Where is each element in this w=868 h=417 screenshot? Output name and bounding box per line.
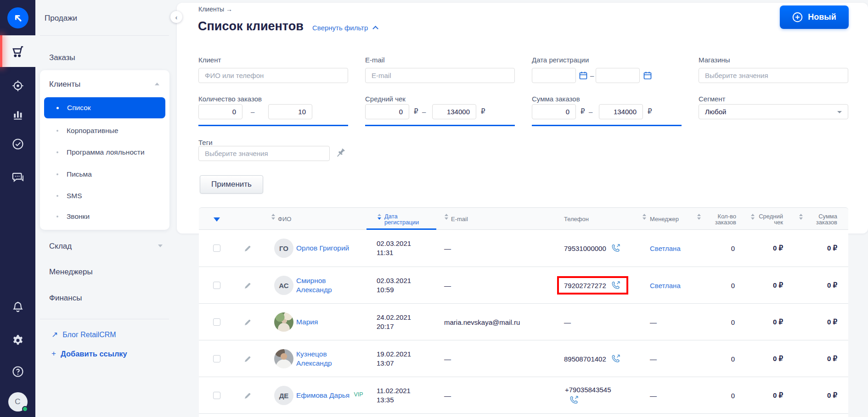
menu-clients-sms[interactable]: SMS (56, 192, 82, 200)
edit-pencil-icon (244, 392, 252, 400)
menu-managers[interactable]: Менеджеры (49, 267, 93, 277)
sort-avg[interactable] (751, 214, 755, 220)
nav-tasks[interactable] (0, 128, 35, 160)
pin-icon[interactable] (334, 147, 347, 160)
edit-button[interactable] (244, 245, 252, 254)
menu-clients[interactable]: Клиенты (49, 80, 80, 89)
calendar-icon[interactable] (643, 71, 652, 80)
settings[interactable] (0, 324, 35, 356)
apply-filter-button[interactable]: Применить (200, 175, 263, 194)
filter-active-underline (198, 125, 348, 126)
sort-sum[interactable] (799, 214, 803, 220)
phone-call-icon[interactable] (610, 243, 621, 254)
filter-client-input[interactable]: ФИО или телефон (198, 68, 348, 83)
filter-tags-input[interactable]: Выберите значения (198, 146, 330, 161)
blog-link[interactable]: ↗Блог RetailCRM (51, 330, 116, 339)
menu-divider-top (40, 35, 169, 36)
row-checkbox[interactable] (213, 355, 220, 362)
filter-ordersum-from[interactable]: 0 (532, 104, 576, 119)
sort-date[interactable] (378, 214, 381, 220)
edit-button[interactable] (244, 318, 252, 328)
cell-name[interactable]: СмирновАлександр (296, 267, 370, 304)
sort-orders[interactable] (697, 214, 701, 220)
cell-regdate: 02.03.202110:59 (377, 267, 427, 304)
cell-avg: 0 ₽ (737, 267, 783, 304)
nav-orders-cart[interactable] (0, 35, 35, 67)
filter-avgcheck-to[interactable]: 134000 (432, 104, 476, 119)
menu-orders[interactable]: Заказы (49, 53, 75, 62)
select-all-dropdown[interactable] (214, 217, 220, 222)
cell-name[interactable]: КузнецовАлександр (296, 340, 370, 377)
cell-manager[interactable]: Светлана (650, 230, 681, 267)
th-fio[interactable]: ФИО (278, 208, 291, 230)
phone-call-icon[interactable] (610, 353, 621, 364)
cell-orders: 0 (689, 230, 735, 267)
date-range-dash: – (590, 72, 594, 79)
th-orders[interactable]: Кол-возаказов (704, 213, 736, 225)
edit-button[interactable] (244, 355, 252, 365)
sort-manager[interactable] (643, 214, 646, 220)
nav-analytics[interactable] (0, 99, 35, 130)
filter-shops-input[interactable]: Выберите значения (699, 68, 848, 83)
menu-warehouse[interactable]: Склад (49, 242, 72, 251)
phone-call-icon[interactable] (569, 395, 580, 406)
cell-avg: 0 ₽ (737, 230, 783, 267)
collapse-filter-link[interactable]: Свернуть фильтр (312, 24, 377, 32)
calendar-icon[interactable] (579, 71, 587, 80)
cell-manager[interactable]: Светлана (650, 267, 681, 304)
cell-sum: 0 ₽ (791, 230, 837, 267)
menu-divider-bottom (40, 319, 169, 319)
menu-sales[interactable]: Продажи (45, 14, 77, 23)
row-checkbox[interactable] (213, 318, 220, 326)
sidebar-collapse-button[interactable]: ‹ (170, 11, 182, 23)
filter-regdate-from[interactable] (532, 68, 576, 83)
breadcrumb[interactable]: Клиенты → (198, 6, 232, 13)
th-avg[interactable]: Среднийчек (757, 213, 783, 225)
menu-finance[interactable]: Финансы (49, 294, 82, 303)
edit-button[interactable] (244, 282, 252, 291)
sort-fio[interactable] (271, 214, 275, 220)
logo[interactable] (0, 0, 35, 35)
cell-phone: 89508701402 (564, 340, 621, 377)
cell-regdate: 24.02.202120:17 (377, 304, 427, 340)
th-sum[interactable]: Суммазаказов (805, 213, 837, 225)
filter-regdate-to[interactable] (596, 68, 640, 83)
user-avatar[interactable]: C (0, 386, 35, 417)
add-link[interactable]: +Добавить ссылку (51, 349, 127, 358)
cell-name[interactable]: Мария (296, 304, 370, 340)
filter-ordersum-to[interactable]: 134000 (599, 104, 643, 119)
plus-circle-icon (792, 12, 803, 22)
filter-ordercount-to[interactable]: 10 (268, 104, 312, 119)
menu-clients-calls[interactable]: Звонки (56, 212, 90, 221)
row-checkbox[interactable] (213, 245, 220, 252)
row-checkbox[interactable] (213, 282, 220, 289)
cell-name[interactable]: Ефимова Дарья VIP (296, 377, 370, 414)
sort-email[interactable] (445, 214, 448, 220)
cell-manager: — (650, 304, 657, 340)
edit-pencil-icon (244, 282, 252, 289)
filter-avgcheck-from[interactable]: 0 (365, 104, 409, 119)
notifications[interactable] (0, 291, 35, 322)
th-manager[interactable]: Менеджер (650, 208, 679, 230)
th-email[interactable]: E-mail (451, 208, 468, 230)
menu-clients-list-active[interactable]: Список (44, 97, 165, 118)
chart-icon (12, 109, 24, 121)
cell-email: — (444, 340, 451, 377)
filter-segment-select[interactable]: Любой (699, 104, 848, 119)
row-checkbox[interactable] (213, 392, 220, 399)
filter-ordercount-from[interactable]: 0 (198, 104, 242, 119)
help[interactable] (0, 356, 35, 387)
nav-chats[interactable] (0, 161, 35, 193)
th-date[interactable]: Датарегистрации (384, 213, 419, 225)
menu-clients-loyalty[interactable]: Программа лояльности (56, 148, 145, 156)
edit-button[interactable] (244, 392, 252, 401)
menu-clients-corporate[interactable]: Корпоративные (56, 127, 118, 135)
cell-name[interactable]: Орлов Григорий (296, 230, 370, 267)
chevron-up-icon[interactable] (155, 83, 159, 85)
menu-clients-letters[interactable]: Письма (56, 170, 92, 178)
filter-email-input[interactable]: E-mail (365, 68, 515, 83)
th-phone: Телефон (564, 208, 589, 230)
new-client-button[interactable]: Новый (780, 6, 849, 29)
nav-delivery[interactable] (0, 70, 35, 101)
chevron-down-icon[interactable] (158, 245, 163, 247)
